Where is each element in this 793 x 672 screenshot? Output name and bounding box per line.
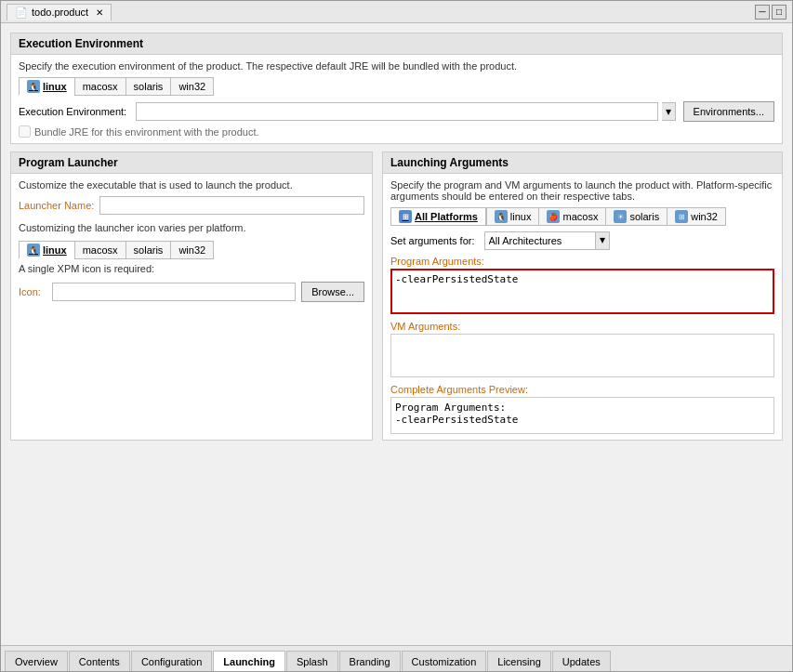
tab-customization[interactable]: Customization (402, 651, 487, 671)
icon-input[interactable] (52, 283, 296, 301)
arch-dropdown-btn[interactable]: ▾ (596, 231, 610, 250)
launching-linux-icon: 🐧 (495, 210, 508, 223)
xpm-label: A single XPM icon is required: (19, 263, 364, 274)
exec-env-tab-solaris-label: solaris (134, 81, 164, 92)
launching-tab-win32[interactable]: ⊞ win32 (667, 207, 726, 226)
launching-tab-macosx-label: macosx (562, 211, 598, 222)
complete-preview-label: Complete Arguments Preview: (390, 384, 774, 395)
program-launcher-heading: Program Launcher (11, 152, 372, 174)
tab-configuration[interactable]: Configuration (131, 651, 212, 671)
program-args-textarea[interactable] (390, 269, 774, 314)
program-launcher-body: Customize the executable that is used to… (11, 174, 372, 308)
content-area: Execution Environment Specify the execut… (1, 23, 792, 645)
launcher-name-input[interactable] (99, 196, 364, 215)
vm-args-label: VM Arguments: (390, 321, 774, 332)
launching-tab-solaris[interactable]: ☀ solaris (605, 207, 667, 226)
bottom-tabs: Overview Contents Configuration Launchin… (1, 645, 792, 671)
bundle-jre-row: Bundle JRE for this environment with the… (19, 125, 774, 138)
browse-button[interactable]: Browse... (301, 282, 364, 302)
tab-splash-label: Splash (297, 656, 328, 667)
preview-content: Program Arguments: -clearPersistedState (395, 402, 518, 426)
launching-arguments-panel: Launching Arguments Specify the program … (382, 152, 783, 441)
execution-environment-heading: Execution Environment (11, 33, 782, 55)
launcher-tab-win32[interactable]: win32 (170, 241, 214, 259)
window-controls: ─ □ (755, 5, 786, 20)
linux-icon: 🐧 (27, 80, 40, 93)
main-window: 📄 todo.product ✕ ─ □ Execution Environme… (0, 0, 793, 672)
tab-contents-label: Contents (79, 656, 120, 667)
arch-select-wrapper: ▾ (484, 231, 610, 250)
tab-branding[interactable]: Branding (339, 651, 401, 671)
title-bar: 📄 todo.product ✕ ─ □ (1, 1, 792, 23)
launching-arguments-heading: Launching Arguments (383, 152, 782, 174)
launching-tab-linux-label: linux (510, 211, 532, 222)
all-platforms-tab[interactable]: ⊞ All Platforms (390, 207, 486, 226)
launcher-tab-solaris-label: solaris (134, 244, 164, 256)
launching-tab-macosx[interactable]: 🍎 macosx (538, 207, 606, 226)
program-launcher-desc: Customize the executable that is used to… (19, 179, 364, 191)
icon-vary-label: Customizing the launcher icon varies per… (19, 222, 364, 233)
launcher-tab-macosx-label: macosx (83, 244, 118, 256)
exec-env-tab-win32[interactable]: win32 (170, 77, 214, 96)
exec-env-tab-solaris[interactable]: solaris (126, 77, 172, 96)
tab-overview-label: Overview (15, 656, 58, 667)
tab-updates-label: Updates (562, 656, 601, 667)
bundle-jre-label: Bundle JRE for this environment with the… (34, 126, 259, 138)
tab-launching[interactable]: Launching (213, 651, 285, 671)
file-icon: 📄 (15, 7, 28, 19)
exec-env-dropdown-btn[interactable]: ▾ (662, 102, 676, 121)
program-args-label: Program Arguments: (390, 256, 774, 267)
launcher-tab-solaris[interactable]: solaris (126, 241, 172, 259)
launcher-tab-linux-label: linux (43, 244, 67, 256)
exec-env-input-row: Execution Environment: ▾ Environments... (19, 101, 774, 122)
all-platforms-label: All Platforms (415, 211, 478, 222)
execution-environment-body: Specify the execution environment of the… (11, 55, 782, 143)
minimize-button[interactable]: ─ (755, 5, 770, 20)
exec-env-tab-linux[interactable]: 🐧 linux (19, 77, 75, 96)
set-args-row: Set arguments for: ▾ (390, 231, 774, 250)
set-args-label: Set arguments for: (390, 235, 475, 246)
maximize-button[interactable]: □ (772, 5, 786, 20)
tab-splash[interactable]: Splash (286, 651, 338, 671)
tab-updates[interactable]: Updates (552, 651, 611, 671)
launching-tab-linux[interactable]: 🐧 linux (486, 207, 540, 226)
tab-licensing[interactable]: Licensing (487, 651, 550, 671)
exec-env-tab-win32-label: win32 (178, 81, 205, 92)
environments-button[interactable]: Environments... (683, 101, 774, 122)
tab-licensing-label: Licensing (497, 656, 540, 667)
tab-contents[interactable]: Contents (69, 651, 130, 671)
editor-tab[interactable]: 📄 todo.product ✕ (7, 4, 112, 20)
launching-tab-solaris-label: solaris (629, 211, 659, 222)
vm-args-textarea[interactable] (390, 334, 774, 377)
program-launcher-panel: Program Launcher Customize the executabl… (10, 152, 373, 441)
icon-row: Icon: Browse... (19, 282, 364, 302)
bundle-jre-checkbox[interactable] (19, 125, 31, 138)
close-tab-icon[interactable]: ✕ (96, 7, 103, 18)
two-column-section: Program Launcher Customize the executabl… (10, 152, 783, 441)
exec-env-tab-macosx[interactable]: macosx (74, 77, 126, 96)
preview-box: Program Arguments: -clearPersistedState (390, 397, 774, 434)
exec-env-platform-tabs: 🐧 linux macosx solaris win32 (19, 77, 774, 96)
complete-preview-section: Complete Arguments Preview: Program Argu… (390, 384, 774, 434)
exec-env-tab-linux-label: linux (43, 81, 67, 92)
launching-win32-icon: ⊞ (675, 210, 688, 223)
launching-macosx-icon: 🍎 (547, 210, 560, 223)
launcher-tab-macosx[interactable]: macosx (74, 241, 126, 259)
tab-launching-label: Launching (223, 656, 275, 667)
launcher-tab-linux[interactable]: 🐧 linux (19, 241, 75, 259)
title-bar-left: 📄 todo.product ✕ (7, 4, 112, 20)
launching-tab-win32-label: win32 (691, 211, 718, 222)
vm-args-section: VM Arguments: (390, 321, 774, 380)
launching-arguments-body: Specify the program and VM arguments to … (383, 174, 782, 440)
tab-title: todo.product (32, 7, 88, 18)
icon-label: Icon: (19, 286, 41, 297)
exec-env-input[interactable] (136, 102, 657, 121)
execution-environment-section: Execution Environment Specify the execut… (10, 33, 783, 144)
all-platforms-icon: ⊞ (399, 210, 412, 223)
launcher-name-label: Launcher Name: (19, 200, 94, 211)
exec-env-tab-macosx-label: macosx (83, 81, 118, 92)
launcher-platform-tabs: 🐧 linux macosx solaris win32 (19, 241, 364, 259)
execution-environment-desc: Specify the execution environment of the… (19, 60, 774, 72)
arch-select[interactable] (484, 231, 596, 250)
tab-overview[interactable]: Overview (5, 651, 68, 671)
